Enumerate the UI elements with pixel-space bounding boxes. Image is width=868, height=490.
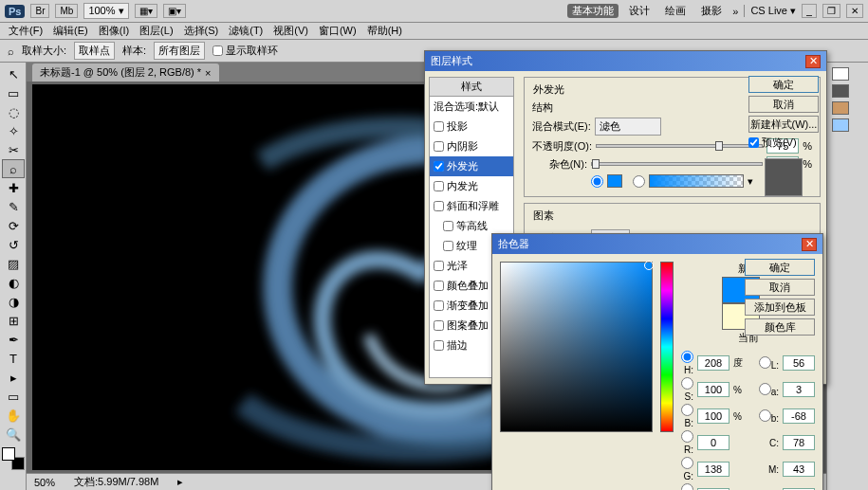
sample-size-dropdown[interactable]: 取样点	[74, 42, 115, 60]
menu-filter[interactable]: 滤镜(T)	[225, 24, 267, 38]
ok-button[interactable]: 确定	[748, 76, 819, 93]
tool-move[interactable]: ↖	[2, 64, 25, 83]
sample-dropdown[interactable]: 所有图层	[154, 42, 205, 60]
b-input[interactable]	[697, 408, 729, 424]
a-input[interactable]	[783, 382, 815, 397]
color-picker-titlebar[interactable]: 拾色器 ✕	[492, 234, 822, 254]
tool-stamp[interactable]: ⟳	[2, 216, 25, 235]
l-input[interactable]	[783, 355, 815, 371]
color-swatches[interactable]	[2, 447, 25, 470]
s-input[interactable]	[697, 382, 729, 397]
app-topbar: Ps Br Mb 100% ▾ ▦▾ ▣▾ 基本功能 设计 绘画 摄影 » CS…	[0, 0, 868, 23]
gradient-preview[interactable]	[649, 174, 744, 188]
tool-shape[interactable]: ▭	[2, 387, 25, 406]
r-input[interactable]	[697, 435, 729, 450]
color-library-button[interactable]: 颜色库	[745, 318, 815, 336]
b2-label[interactable]: b:	[747, 409, 779, 424]
workspace-photography[interactable]: 摄影	[696, 4, 727, 18]
menu-help[interactable]: 帮助(H)	[363, 24, 406, 38]
close-icon[interactable]: ✕	[802, 238, 817, 251]
preview-checkbox[interactable]: 预览(V)	[748, 136, 819, 150]
close-icon[interactable]: ✕	[846, 4, 863, 18]
blend-options-item[interactable]: 混合选项:默认	[430, 97, 513, 117]
style-item[interactable]: 内阴影	[430, 136, 513, 156]
tool-eyedropper[interactable]: ⌕	[2, 159, 25, 178]
group-elements: 图素	[530, 209, 557, 223]
workspace-design[interactable]: 设计	[624, 4, 655, 18]
tool-type[interactable]: T	[2, 349, 25, 368]
style-item[interactable]: 斜面和浮雕	[430, 196, 513, 216]
menu-image[interactable]: 图像(I)	[95, 24, 133, 38]
noise-slider[interactable]	[591, 162, 763, 166]
h-input[interactable]	[697, 355, 729, 371]
tool-gradient[interactable]: ◐	[2, 273, 25, 292]
tool-blur[interactable]: ◑	[2, 292, 25, 311]
style-item[interactable]: 内发光	[430, 176, 513, 196]
tool-heal[interactable]: ✚	[2, 178, 25, 197]
tool-eraser[interactable]: ▨	[2, 254, 25, 273]
r-label[interactable]: R:	[681, 430, 693, 455]
tool-pen[interactable]: ✒	[2, 330, 25, 349]
menu-file[interactable]: 文件(F)	[5, 24, 46, 38]
color-field[interactable]	[500, 262, 653, 432]
tool-path[interactable]: ▸	[2, 368, 25, 387]
menu-view[interactable]: 视图(V)	[269, 24, 312, 38]
tool-history[interactable]: ↺	[2, 235, 25, 254]
style-list-header: 样式	[430, 78, 513, 97]
tool-marquee[interactable]: ▭	[2, 83, 25, 102]
tool-zoom[interactable]: 🔍	[2, 425, 25, 444]
tool-lasso[interactable]: ◌	[2, 102, 25, 121]
tool-crop[interactable]: ✂	[2, 140, 25, 159]
cslive-dropdown[interactable]: CS Live ▾	[744, 5, 796, 17]
blendmode-dropdown[interactable]: 滤色	[595, 118, 661, 136]
arrange-button[interactable]: ▦▾	[135, 4, 157, 18]
zoom-dropdown[interactable]: 100% ▾	[83, 3, 128, 19]
color-radio[interactable]	[591, 175, 603, 188]
layer-style-titlebar[interactable]: 图层样式 ✕	[425, 51, 826, 71]
style-item[interactable]: 投影	[430, 117, 513, 136]
b2-input[interactable]	[783, 408, 815, 424]
menu-layer[interactable]: 图层(L)	[136, 24, 176, 38]
a-label[interactable]: a:	[747, 383, 779, 397]
s-label[interactable]: S:	[681, 377, 693, 402]
gradient-radio[interactable]	[633, 175, 645, 188]
tool-dodge[interactable]: ⊞	[2, 311, 25, 330]
g-label[interactable]: G:	[681, 457, 693, 481]
tool-brush[interactable]: ✎	[2, 197, 25, 216]
bridge-button[interactable]: Br	[30, 4, 49, 18]
newstyle-button[interactable]: 新建样式(W)...	[748, 116, 819, 133]
glow-color-swatch[interactable]	[607, 174, 622, 188]
screenmode-button[interactable]: ▣▾	[163, 4, 186, 18]
c-input[interactable]	[783, 435, 815, 450]
doc-tab[interactable]: 未标题-1 @ 50% (图层 2, RGB/8) *×	[32, 64, 219, 82]
status-zoom[interactable]: 50%	[34, 477, 55, 488]
g-input[interactable]	[697, 462, 729, 477]
cancel-button[interactable]: 取消	[748, 96, 819, 113]
workspace-painting[interactable]: 绘画	[660, 4, 691, 18]
workspace-essentials[interactable]: 基本功能	[567, 4, 619, 18]
menu-select[interactable]: 选择(S)	[180, 24, 223, 38]
show-ring-checkbox[interactable]: 显示取样环	[212, 44, 278, 58]
cancel-button[interactable]: 取消	[745, 279, 815, 296]
hue-slider[interactable]	[660, 262, 674, 432]
minibridge-button[interactable]: Mb	[55, 4, 78, 18]
style-item-outerglow[interactable]: 外发光	[430, 156, 513, 176]
m-input[interactable]	[783, 462, 815, 477]
b-label[interactable]: B:	[681, 404, 693, 428]
tab-close-icon[interactable]: ×	[205, 67, 211, 79]
add-swatch-button[interactable]: 添加到色板	[745, 299, 815, 316]
menu-edit[interactable]: 编辑(E)	[49, 24, 92, 38]
restore-icon[interactable]: ❐	[822, 4, 840, 18]
min-icon[interactable]: ⎯	[802, 4, 817, 18]
tool-wand[interactable]: ✧	[2, 121, 25, 140]
b3-label[interactable]: B:	[681, 483, 693, 490]
h-label[interactable]: H:	[681, 351, 693, 375]
close-icon[interactable]: ✕	[805, 55, 821, 68]
opacity-slider[interactable]	[596, 144, 763, 148]
color-ring[interactable]	[644, 261, 654, 270]
l-label[interactable]: L:	[747, 356, 779, 371]
ok-button[interactable]: 确定	[745, 259, 815, 276]
eyedropper-icon: ⌕	[8, 45, 14, 57]
tool-hand[interactable]: ✋	[2, 406, 25, 425]
menu-window[interactable]: 窗口(W)	[315, 24, 360, 38]
